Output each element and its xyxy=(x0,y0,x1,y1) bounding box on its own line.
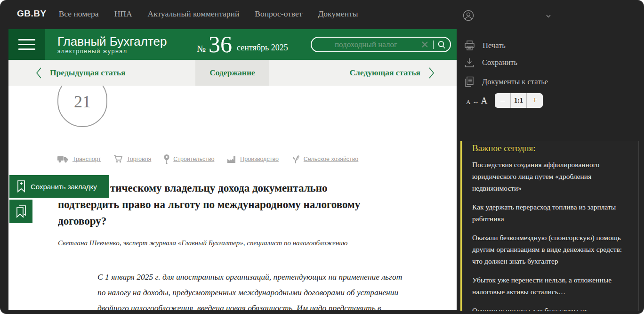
journal-subtitle: электронный журнал xyxy=(57,48,167,55)
category-manufacturing[interactable]: Производство xyxy=(227,155,279,163)
print-button[interactable]: Печать xyxy=(464,40,506,51)
category-label: Строительство xyxy=(173,156,214,162)
printer-icon xyxy=(464,40,475,51)
category-trade[interactable]: Торговля xyxy=(113,155,151,163)
font-size-indicator: A ↔ A xyxy=(466,96,487,106)
next-article-label: Следующая статья xyxy=(349,68,420,78)
site-logo[interactable]: GB.BY xyxy=(17,8,47,19)
menu-item-all-issues[interactable]: Все номера xyxy=(59,9,99,19)
article-documents-button[interactable]: Документы к статье xyxy=(464,76,548,88)
next-article-link[interactable]: Следующая статья xyxy=(349,60,435,86)
article-nav-row: Предыдущая статья Содержание Следующая с… xyxy=(8,60,457,86)
journal-title: Главный Бухгалтер xyxy=(57,35,167,48)
top-navbar: GB.BY Все номера НПА Актуальный коммента… xyxy=(0,0,644,27)
search-input[interactable] xyxy=(312,40,420,49)
issue-number: 36 xyxy=(209,29,232,60)
save-bookmark-button[interactable]: Сохранить закладку xyxy=(9,175,109,198)
important-item[interactable]: Убыток уже перенести нельзя, а отложенны… xyxy=(472,274,631,298)
important-item[interactable]: Как удержать перерасход топлива из зарпл… xyxy=(472,201,631,225)
save-bookmark-label: Сохранить закладку xyxy=(31,183,97,191)
prev-article-link[interactable]: Предыдущая статья xyxy=(36,60,126,86)
chevron-right-icon xyxy=(428,67,435,79)
save-label: Сохранить xyxy=(482,58,517,67)
truck-icon xyxy=(57,155,69,163)
font-increase-button[interactable]: + xyxy=(527,93,543,108)
hamburger-menu-button[interactable] xyxy=(8,29,45,60)
journal-header: Главный Бухгалтер электронный журнал № 3… xyxy=(8,29,457,60)
category-label: Торговля xyxy=(127,156,151,162)
user-account-icon[interactable] xyxy=(463,10,474,21)
bookmarks-icon xyxy=(16,205,27,218)
category-construction[interactable]: Строительство xyxy=(164,154,214,164)
page-number-badge: 21 xyxy=(57,86,107,127)
font-decrease-button[interactable]: – xyxy=(495,93,511,108)
issue-info: № 36 сентябрь 2025 xyxy=(197,29,288,60)
menu-item-documents[interactable]: Документы xyxy=(318,9,358,19)
wheat-icon xyxy=(291,155,300,164)
category-label: Транспорт xyxy=(72,156,101,162)
important-item[interactable]: Оказали безвозмездную (спонсорскую) помо… xyxy=(472,232,631,267)
main-column: Главный Бухгалтер электронный журнал № 3… xyxy=(8,29,457,310)
important-today-title: Важное сегодня: xyxy=(472,143,631,153)
contents-label: Содержание xyxy=(209,68,255,78)
bookmarks-list-button[interactable] xyxy=(9,200,32,223)
article-body: 21 Транспорт Тор xyxy=(8,86,457,310)
issue-date: сентябрь 2025 xyxy=(237,43,288,53)
chevron-left-icon xyxy=(36,67,42,79)
font-size-button-group: – 1:1 + xyxy=(495,93,543,108)
print-label: Печать xyxy=(483,41,506,50)
pin-icon xyxy=(164,154,169,164)
menu-item-commentary[interactable]: Актуальный комментарий xyxy=(148,9,240,19)
category-links: Транспорт Торговля Стр xyxy=(57,154,358,164)
download-icon xyxy=(464,57,475,68)
important-item[interactable]: Последствия создания аффилированного юри… xyxy=(472,159,631,194)
right-sidebar: Печать Сохранить Документы к статье A ↔ … xyxy=(457,29,644,314)
article-intro: С 1 января 2025 г. для иностранных орган… xyxy=(97,269,422,310)
browser-page: GB.BY Все номера НПА Актуальный коммента… xyxy=(0,0,644,314)
important-today-panel: Важное сегодня: Последствия создания афф… xyxy=(460,141,639,311)
issue-number-symbol: № xyxy=(197,43,206,54)
chevron-down-icon[interactable] xyxy=(544,12,553,20)
clear-search-icon[interactable] xyxy=(420,40,429,49)
category-label: Производство xyxy=(240,156,279,162)
contents-link[interactable]: Содержание xyxy=(195,60,269,86)
search-divider xyxy=(433,40,434,49)
category-transport[interactable]: Транспорт xyxy=(57,155,101,163)
search-icon[interactable] xyxy=(437,40,446,49)
journal-brand[interactable]: Главный Бухгалтер электронный журнал xyxy=(57,35,167,55)
article-title: тическому владельцу дохода документально… xyxy=(58,180,435,229)
bookmark-add-icon xyxy=(16,180,26,193)
search-box xyxy=(311,37,451,52)
important-item[interactable]: Основные нюансы для бухгалтера от xyxy=(472,305,631,311)
save-button[interactable]: Сохранить xyxy=(464,57,517,68)
menu-item-qa[interactable]: Вопрос-ответ xyxy=(255,9,302,19)
documents-icon xyxy=(464,76,475,88)
category-agriculture[interactable]: Сельское хозяйство xyxy=(291,155,358,164)
prev-article-label: Предыдущая статья xyxy=(50,68,126,78)
top-menu: Все номера НПА Актуальный комментарий Во… xyxy=(59,9,358,19)
page-number: 21 xyxy=(74,92,91,112)
category-label: Сельское хозяйство xyxy=(304,156,358,162)
factory-icon xyxy=(227,155,236,163)
article-documents-label: Документы к статье xyxy=(482,77,548,87)
cart-icon xyxy=(113,155,123,163)
font-size-controls: A ↔ A – 1:1 + xyxy=(466,93,543,108)
menu-item-npa[interactable]: НПА xyxy=(114,9,132,19)
article-author: Светлана Шевченко, эксперт журнала «Глав… xyxy=(58,239,347,247)
font-reset-button[interactable]: 1:1 xyxy=(511,93,527,108)
